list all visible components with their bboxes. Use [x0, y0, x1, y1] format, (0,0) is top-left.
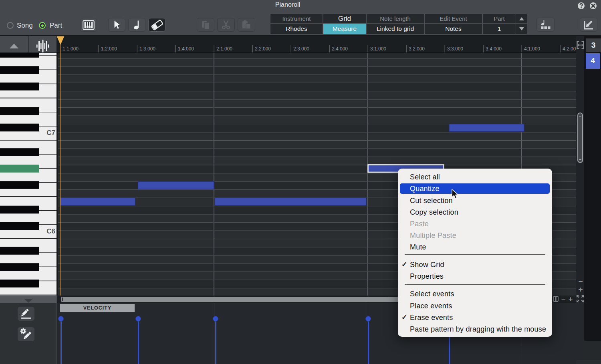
svg-text:3:2:000: 3:2:000	[409, 46, 425, 52]
svg-text:4:2:000: 4:2:000	[563, 46, 576, 52]
svg-text:1:4:000: 1:4:000	[178, 46, 194, 52]
svg-text:1:3:000: 1:3:000	[139, 46, 155, 52]
svg-text:C7: C7	[46, 129, 55, 137]
svg-text:2:3:000: 2:3:000	[293, 46, 309, 52]
svg-text:C6: C6	[46, 227, 55, 235]
svg-text:2:1:000: 2:1:000	[216, 46, 232, 52]
svg-text:4:1:000: 4:1:000	[524, 46, 540, 52]
svg-text:3:4:000: 3:4:000	[486, 46, 502, 52]
svg-text:1:2:000: 1:2:000	[101, 46, 117, 52]
svg-text:3:1:000: 3:1:000	[370, 46, 386, 52]
svg-text:3:3:000: 3:3:000	[447, 46, 463, 52]
svg-text:2:2:000: 2:2:000	[255, 46, 271, 52]
svg-text:2:4:000: 2:4:000	[332, 46, 348, 52]
svg-text:1:1:000: 1:1:000	[63, 46, 79, 52]
